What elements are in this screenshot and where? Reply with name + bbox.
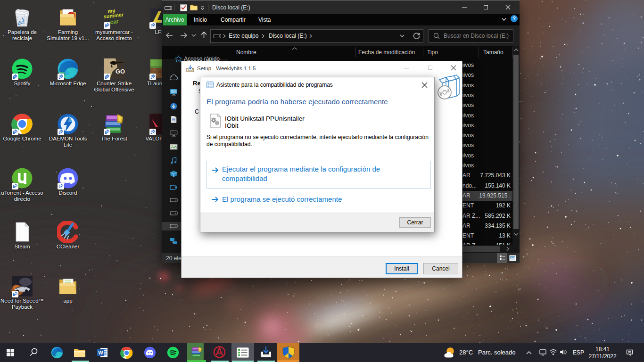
- svg-text:W: W: [98, 350, 103, 355]
